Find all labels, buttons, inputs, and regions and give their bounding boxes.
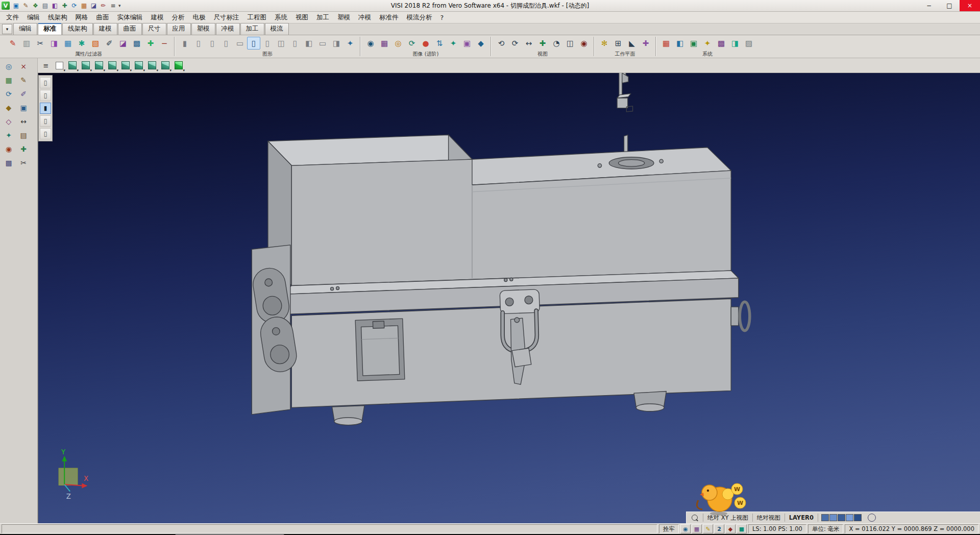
toolbar-icon[interactable]: ◧ [302,37,315,50]
minimize-button[interactable]: − [919,0,939,11]
menu-item[interactable]: 系统 [271,12,291,23]
ribbon-tab[interactable]: 曲面 [118,23,142,35]
mini-toolbar-button[interactable]: ▯ [40,115,51,127]
view-cube-button[interactable] [173,59,185,71]
left-toolbar-icon[interactable]: ▩ [2,157,15,169]
toolbar-icon[interactable]: ▣ [687,37,700,50]
toolbar-icon[interactable]: ⊞ [611,37,625,50]
toolbar-icon[interactable]: ◧ [673,37,687,50]
left-toolbar-icon[interactable]: ◎ [2,60,15,72]
menu-item[interactable]: 曲面 [92,12,113,23]
quick-access-icon[interactable]: ≡ [109,2,117,10]
toolbar-icon[interactable]: ✦ [447,37,460,50]
left-toolbar-icon[interactable]: ✐ [17,88,30,100]
toolbar-icon[interactable]: ✚ [639,37,652,50]
left-toolbar-icon[interactable]: ✚ [17,143,30,155]
menu-item[interactable]: 建模 [147,12,168,23]
quick-access-icon[interactable]: ▤ [41,2,50,10]
quick-access-icon[interactable]: ✎ [21,2,30,10]
ribbon-tab[interactable]: 尺寸 [142,23,166,35]
status-icon[interactable]: ◆ [725,524,736,533]
toolbar-icon[interactable]: ◨ [330,37,343,50]
toolbar-icon[interactable]: ▯ [192,37,205,50]
toolbar-icon[interactable]: ▯ [247,37,260,50]
left-toolbar-icon[interactable]: ✦ [2,129,15,141]
ribbon-tab[interactable]: 塑模 [191,23,215,35]
toolbar-icon[interactable]: ▮ [178,37,191,50]
toolbar-icon[interactable]: ◨ [47,37,61,50]
left-toolbar-icon[interactable]: ◉ [2,143,15,155]
toolbar-icon[interactable]: ◨ [728,37,742,50]
menu-item[interactable]: 模流分析 [403,12,436,23]
toolbar-icon[interactable]: ▦ [378,37,391,50]
left-toolbar-icon[interactable]: ▦ [2,74,15,86]
left-toolbar-icon[interactable]: ↔ [17,115,30,128]
close-button[interactable]: × [960,0,980,11]
status-icon[interactable]: ▦ [692,524,702,533]
left-toolbar-icon[interactable]: ◇ [2,115,15,128]
3d-viewport[interactable]: ▯ ▯ ▮ ▯ ▯ [38,73,980,523]
view-cube-button[interactable] [93,59,105,71]
toolbar-icon[interactable]: ▩ [130,37,143,50]
menu-item[interactable]: 加工 [312,12,333,23]
toolbar-icon[interactable]: ◫ [564,37,577,50]
toolbar-icon[interactable]: ▯ [219,37,233,50]
mini-toolbar-button[interactable]: ▮ [40,103,51,114]
view-cube-button[interactable] [159,59,172,71]
ribbon-tab[interactable]: 建模 [93,23,117,35]
left-toolbar-icon[interactable]: × [17,60,30,72]
ribbon-tab[interactable]: 线架构 [62,23,93,35]
quick-access-more-icon[interactable]: ▾ [118,3,121,8]
menu-item[interactable]: 塑模 [333,12,354,23]
toolbar-icon[interactable]: ◆ [474,37,487,50]
toolbar-icon[interactable]: ✐ [103,37,116,50]
toolbar-icon[interactable]: ↔ [522,37,535,50]
ribbon-tab[interactable]: 模流 [265,23,289,35]
mini-toolbar-button[interactable]: ▯ [40,77,51,88]
menu-item[interactable]: 尺寸标注 [210,12,243,23]
color-swatch[interactable] [854,514,862,521]
toolbar-icon[interactable]: ▦ [659,37,673,50]
quick-access-icon[interactable]: ❖ [31,2,40,10]
quick-access-icon[interactable]: ▣ [12,2,20,10]
toolbar-icon[interactable]: ▯ [288,37,302,50]
view-cube-button[interactable] [119,59,132,71]
snap-toggle[interactable]: 拴牢 [659,524,679,533]
quick-access-icon[interactable]: ✏ [99,2,108,10]
left-toolbar-icon[interactable]: ⟳ [2,88,15,100]
toolbar-icon[interactable]: ✂ [34,37,47,50]
toolbar-icon[interactable]: ⟲ [495,37,508,50]
view-cube-button[interactable] [133,59,145,71]
status-icon[interactable]: ◉ [680,524,691,533]
view-cube-button[interactable] [146,59,158,71]
mini-toolbar-button[interactable]: ▯ [40,90,51,101]
left-toolbar-icon[interactable]: ▤ [17,129,30,141]
units-indicator[interactable]: 单位: 毫米 [808,524,844,533]
toolbar-icon[interactable]: ✚ [144,37,157,50]
menu-item[interactable]: 工程图 [243,12,271,23]
layer-indicator[interactable]: LAYER0 [785,514,818,522]
view-cube-button[interactable] [53,59,65,71]
color-swatch[interactable] [821,514,829,521]
toolbar-icon[interactable]: ▣ [460,37,474,50]
menu-item[interactable]: 编辑 [23,12,44,23]
status-icon[interactable]: ✎ [703,524,713,533]
toolbar-icon[interactable]: ◔ [550,37,563,50]
color-swatch[interactable] [846,514,853,521]
toolbar-icon[interactable]: ⟳ [508,37,522,50]
toolbar-icon[interactable]: ◫ [275,37,288,50]
menu-item[interactable]: 标准件 [375,12,403,23]
model-ring-handle[interactable] [731,302,750,330]
quick-access-icon[interactable]: ✚ [60,2,69,10]
ribbon-tab[interactable]: 冲模 [216,23,240,35]
ribbon-tab[interactable]: 编辑 [13,23,37,35]
left-toolbar-icon[interactable]: ◆ [2,102,15,114]
view-cube-button[interactable] [106,59,118,71]
quick-access-icon[interactable]: ◪ [89,2,98,10]
left-toolbar-icon[interactable]: ▣ [17,102,30,114]
cad-model[interactable] [251,73,749,425]
left-toolbar-icon[interactable]: ✂ [17,157,30,169]
toolbar-icon[interactable]: ◣ [625,37,639,50]
toolbar-icon[interactable]: ✎ [6,37,19,50]
status-icon[interactable]: 2 [714,524,724,533]
